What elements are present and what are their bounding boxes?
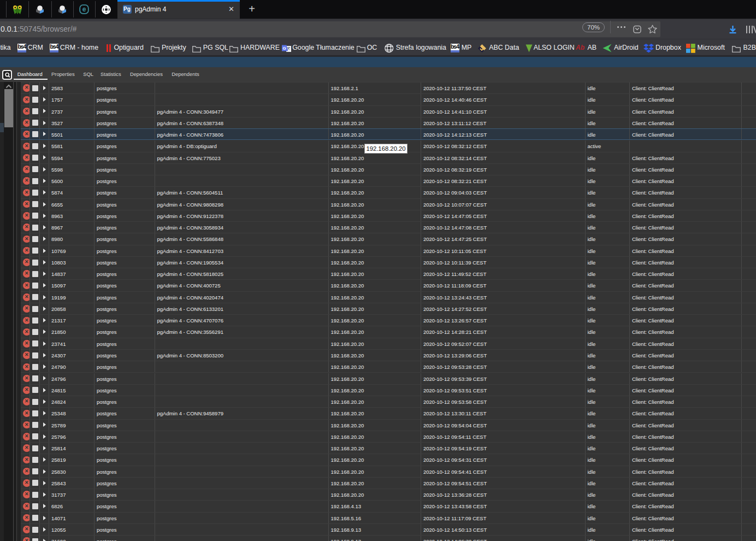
svg-text:G: G	[282, 46, 286, 51]
svg-text:e: e	[82, 5, 86, 13]
